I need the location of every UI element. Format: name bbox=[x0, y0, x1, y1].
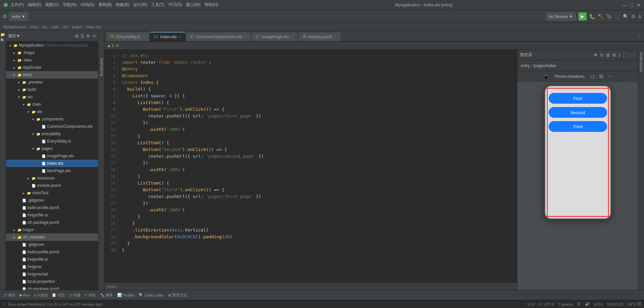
menu-run[interactable]: 运行(R) bbox=[133, 2, 147, 8]
tab-entryability-close[interactable]: ✕ bbox=[143, 35, 145, 39]
breadcrumb-ets[interactable]: ets bbox=[63, 25, 68, 29]
menu-tools[interactable]: 工具(T) bbox=[151, 2, 164, 8]
no-devices-dropdown[interactable]: No Devices ▼ bbox=[546, 12, 576, 20]
menu-edit[interactable]: 编辑(E) bbox=[28, 2, 41, 8]
tree-ets[interactable]: ▾ 📁 ets bbox=[6, 108, 98, 115]
version-control-button[interactable]: ⎇ 项目 bbox=[3, 293, 15, 298]
font-size-icon[interactable]: A bbox=[638, 14, 641, 19]
tree-oh-modules[interactable]: ▾ 📁 oh_modules bbox=[6, 234, 98, 241]
tree-hvigorfile-ts[interactable]: 📄 hvigorfile.ts bbox=[6, 211, 98, 219]
menu-vcs[interactable]: VCS(S) bbox=[168, 2, 182, 8]
tab-common[interactable]: ET CommonComponents.ets ✕ bbox=[186, 32, 251, 41]
tree-appscope[interactable]: ▸ 📁 AppScope bbox=[6, 64, 98, 71]
preview-layout-icon[interactable]: ⊞ bbox=[606, 52, 610, 58]
phone-button-first[interactable]: First bbox=[549, 93, 607, 104]
tree-build-profile[interactable]: 📄 build-profile.json5 bbox=[6, 204, 98, 211]
preview-eye-icon[interactable]: 👁 bbox=[593, 52, 598, 58]
tree-src[interactable]: ▾ 📁 src bbox=[6, 93, 98, 101]
tree-idea[interactable]: ▸ 📁 .idea bbox=[6, 56, 98, 64]
tree-local-properties[interactable]: 📄 local.properties bbox=[6, 278, 98, 285]
menu-view[interactable]: 视图(V) bbox=[45, 2, 59, 8]
preview-more-icon[interactable]: ··· bbox=[608, 73, 613, 80]
sidebar-layout-icon[interactable]: ⊞ bbox=[75, 34, 79, 39]
notifications-label[interactable]: Notifications bbox=[639, 52, 643, 72]
tree-components[interactable]: ▾ 📁 components bbox=[6, 115, 98, 123]
menu-help[interactable]: 帮助(H) bbox=[204, 2, 218, 8]
breadcrumb-app[interactable]: MyApplication bbox=[3, 25, 26, 29]
profiler-button[interactable]: 📊 Profiler bbox=[117, 293, 135, 297]
tree-index-ets[interactable]: 📄 Index.ets bbox=[6, 160, 98, 167]
maximize-button[interactable]: □ bbox=[631, 2, 633, 8]
preview-log-button[interactable]: 🖥 预览日志 bbox=[168, 293, 187, 298]
close-button[interactable]: ✕ bbox=[637, 2, 641, 8]
tree-entry[interactable]: ▾ 📁 entry bbox=[6, 71, 98, 79]
minimize-button[interactable]: — bbox=[623, 2, 627, 8]
tree-hvigor[interactable]: ▸ 📁 .hvigor bbox=[6, 49, 98, 56]
attach-icon[interactable]: 📎 bbox=[606, 14, 612, 19]
search-icon[interactable]: 🔍 bbox=[623, 14, 629, 19]
breadcrumb-entry[interactable]: entry bbox=[30, 25, 38, 29]
tree-common-components[interactable]: 📄 CommonComponents.ets bbox=[6, 123, 98, 130]
sidebar-close-icon[interactable]: ✕ bbox=[92, 34, 96, 39]
preview-device-toggle-icon[interactable]: ⧉ bbox=[599, 73, 603, 80]
tree-gitignore-root[interactable]: 📄 .gitignore bbox=[6, 241, 98, 248]
phone-button-third[interactable]: Third bbox=[549, 121, 607, 132]
warning-caret[interactable]: ∨ bbox=[116, 43, 119, 48]
tree-hvigorw[interactable]: 📄 hvigorw bbox=[6, 263, 98, 270]
status-encoding[interactable]: LF UTF-8 bbox=[539, 302, 554, 306]
results-button[interactable]: ✓ 结论 bbox=[85, 293, 96, 298]
code-editor[interactable]: // xxx.ets import router from '@ohos.rou… bbox=[118, 50, 517, 283]
menu-navigate[interactable]: 导航(N) bbox=[63, 2, 77, 8]
tree-itempage[interactable]: 📄 ItemPage.ets bbox=[6, 167, 98, 174]
breadcrumb-pages[interactable]: pages bbox=[72, 25, 82, 29]
preview-settings-icon[interactable]: ⚙ bbox=[612, 52, 616, 58]
tab-common-close[interactable]: ✕ bbox=[244, 35, 247, 39]
log-button[interactable]: 📋 日志 bbox=[52, 293, 65, 298]
menu-build[interactable]: 构建(B) bbox=[116, 2, 129, 8]
breadcrumb-src[interactable]: src bbox=[42, 25, 47, 29]
tab-index[interactable]: ET Index.ets ✕ bbox=[150, 32, 186, 41]
todo-button[interactable]: ≡ TODO bbox=[34, 293, 48, 297]
problems-button[interactable]: ⚠ 问题 bbox=[69, 293, 81, 298]
tree-oh-package-entry[interactable]: 📄 oh-package.json5 bbox=[6, 219, 98, 226]
activity-project-icon[interactable]: 📁 bbox=[1, 32, 5, 37]
stop-icon[interactable]: ⬛ bbox=[614, 14, 620, 19]
tree-module-json[interactable]: 📄 module.json5 bbox=[6, 182, 98, 189]
tab-module-close[interactable]: ✕ bbox=[334, 35, 337, 39]
tree-imagepage[interactable]: 📄 ImagePage.ets bbox=[6, 152, 98, 160]
tree-entryability-ts[interactable]: 📄 EntryAbility.ts bbox=[6, 138, 98, 145]
tree-gitignore-entry[interactable]: 📄 .gitignore bbox=[6, 197, 98, 204]
status-position[interactable]: 5:13 bbox=[527, 302, 534, 306]
tree-ohostest[interactable]: ▸ 📁 ohosTest bbox=[6, 189, 98, 197]
tree-build-profile-root[interactable]: 📄 build-profile.json5 bbox=[6, 248, 98, 256]
code-linter-button[interactable]: 🔍 Code Linter bbox=[139, 293, 164, 297]
tab-entryability[interactable]: TS EntryAbility.ts ✕ bbox=[106, 32, 150, 41]
tree-hvigorfile-root[interactable]: 📄 hvigorfile.ts bbox=[6, 256, 98, 263]
tree-main[interactable]: ▾ 📁 main bbox=[6, 101, 98, 108]
tab-imagepage-close[interactable]: ✕ bbox=[291, 35, 293, 39]
tree-resources[interactable]: ▸ 📁 resources bbox=[6, 174, 98, 182]
tree-oh-package-root[interactable]: 📄 oh-package.json5 bbox=[6, 285, 98, 290]
preview-fullscreen-icon[interactable]: ⛶ bbox=[623, 52, 628, 58]
tree-build[interactable]: ▸ 📁 build bbox=[6, 86, 98, 93]
bookmarks-label[interactable]: Bookmarks bbox=[99, 58, 103, 76]
tab-imagepage[interactable]: ET ImagePage.ets ✕ bbox=[251, 32, 298, 41]
tree-entryability[interactable]: ▾ 📁 entryability bbox=[6, 130, 98, 138]
preview-refresh-icon[interactable]: ↻ bbox=[600, 52, 604, 58]
tree-hvigorw-bat[interactable]: 📄 hvigorw.bat bbox=[6, 270, 98, 278]
status-indent[interactable]: 2 spaces bbox=[558, 302, 573, 306]
volume-icon[interactable]: 🔊 bbox=[585, 302, 590, 306]
preview-back-icon[interactable]: ◁ bbox=[590, 73, 594, 80]
tree-preview[interactable]: ▸ 📁 .preview bbox=[6, 79, 98, 86]
build-icon[interactable]: 🔨 bbox=[598, 14, 603, 19]
services-button[interactable]: 🔧 服务 bbox=[100, 293, 113, 298]
tab-module[interactable]: JS module.json5 ✕ bbox=[298, 32, 341, 41]
sidebar-settings-icon[interactable]: ⚙ bbox=[86, 34, 90, 39]
run-button[interactable]: ▶ bbox=[579, 12, 587, 20]
breadcrumb-main[interactable]: main bbox=[51, 25, 59, 29]
gear-icon[interactable]: ⚙ bbox=[631, 14, 636, 19]
tab-more-button[interactable]: ⋮ bbox=[633, 32, 644, 41]
tree-hvigor-folder[interactable]: ▸ 📁 hvigor bbox=[6, 226, 98, 234]
phone-button-second[interactable]: Second bbox=[549, 107, 607, 118]
sidebar-sort-icon[interactable]: ⇅ bbox=[81, 34, 84, 39]
